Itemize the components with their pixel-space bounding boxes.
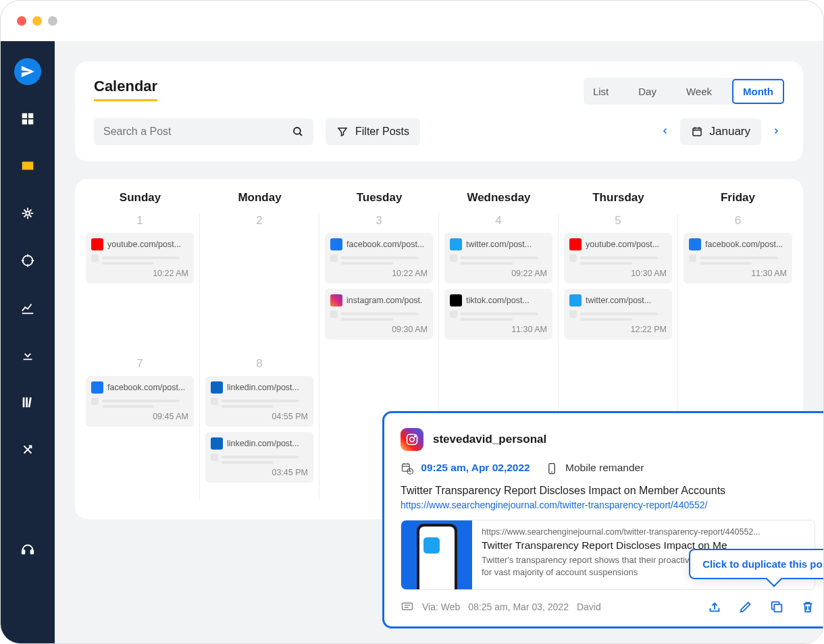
tw-icon	[450, 238, 462, 250]
post-author: David	[577, 601, 601, 612]
search-box[interactable]	[94, 118, 313, 145]
scheduled-post[interactable]: linkedin.com/post... 03:45 PM	[205, 432, 313, 483]
post-url: tiktok.com/post...	[466, 296, 530, 305]
tw-icon	[569, 294, 582, 306]
nav-calendar-icon[interactable]	[14, 153, 41, 180]
filter-button[interactable]: Filter Posts	[326, 118, 420, 145]
calendar-cell[interactable]: 7facebook.com/post... 09:45 AM	[80, 357, 200, 500]
svg-rect-8	[26, 398, 28, 408]
view-month-button[interactable]: Month	[732, 79, 784, 104]
calendar-cell[interactable]: 5youtube.com/post... 10:30 AMtwitter.com…	[559, 214, 678, 357]
scheduled-post[interactable]: facebook.com/post... 11:30 AM	[684, 233, 792, 284]
scheduled-post[interactable]: youtube.com/post... 10:22 AM	[86, 233, 194, 284]
prev-month-button[interactable]	[657, 122, 673, 142]
yt-icon	[91, 238, 103, 250]
nav-library-icon[interactable]	[14, 389, 41, 416]
nav-support-icon[interactable]	[14, 535, 41, 562]
duplicate-tooltip: Click to duplicate this post	[689, 549, 824, 579]
date-number: 4	[444, 214, 552, 227]
header-card: Calendar List Day Week Month	[75, 61, 803, 161]
nav-dashboard-icon[interactable]	[14, 105, 41, 132]
instagram-icon	[401, 428, 423, 451]
scheduled-post[interactable]: facebook.com/post... 10:22 AM	[325, 233, 433, 284]
scheduled-post[interactable]: twitter.com/post... 09:22 AM	[444, 233, 552, 284]
svg-point-12	[294, 128, 301, 134]
search-input[interactable]	[103, 126, 279, 138]
duplicate-icon[interactable]	[769, 599, 784, 614]
scheduled-post[interactable]: youtube.com/post... 10:30 AM	[564, 233, 672, 284]
calendar-cell[interactable]: 8linkedin.com/post... 04:55 PMlinkedin.c…	[200, 357, 319, 500]
post-time: 09:45 AM	[91, 412, 188, 421]
tk-icon	[450, 294, 462, 306]
mobile-icon	[545, 462, 559, 475]
minimize-window-icon[interactable]	[32, 16, 42, 26]
nav-network-icon[interactable]	[14, 200, 41, 227]
view-list-button[interactable]: List	[584, 80, 618, 103]
post-via: Via: Web	[422, 601, 460, 612]
preview-url: https://www.searchenginejournal.com/twit…	[482, 527, 806, 537]
post-time: 03:45 PM	[211, 468, 308, 477]
post-time: 11:30 AM	[450, 325, 547, 334]
date-number: 6	[684, 214, 792, 227]
svg-rect-7	[23, 398, 25, 408]
post-text: Twitter Transparency Report Discloses Im…	[401, 485, 815, 497]
view-switcher: List Day Week Month	[584, 78, 784, 105]
scheduled-post[interactable]: linkedin.com/post... 04:55 PM	[205, 376, 313, 427]
svg-rect-2	[22, 119, 27, 124]
day-header: Sunday	[80, 191, 200, 205]
post-url: instagram.com/post.	[346, 296, 423, 305]
date-number: 7	[86, 357, 194, 371]
nav-target-icon[interactable]	[14, 247, 41, 274]
nav-tools-icon[interactable]	[14, 436, 41, 463]
post-link[interactable]: https://www.searchenginejournal.com/twit…	[401, 500, 815, 510]
li-icon	[211, 381, 223, 394]
nav-analytics-icon[interactable]	[14, 294, 41, 321]
date-number: 5	[564, 214, 672, 227]
date-number: 1	[86, 214, 194, 227]
page-title: Calendar	[94, 78, 157, 101]
comment-icon[interactable]	[401, 600, 414, 614]
calendar-cell[interactable]: 2	[200, 214, 319, 357]
delete-icon[interactable]	[800, 599, 815, 614]
filter-icon	[336, 126, 349, 138]
svg-rect-9	[28, 398, 32, 408]
svg-rect-3	[28, 119, 33, 124]
post-timestamp: 08:25 am, Mar 03, 2022	[468, 601, 569, 612]
view-day-button[interactable]: Day	[629, 80, 666, 103]
post-url: youtube.com/post...	[586, 240, 659, 249]
scheduled-post[interactable]: twitter.com/post... 12:22 PM	[564, 289, 672, 340]
post-reminder-group: Mobile remander	[545, 462, 644, 475]
day-header: Tuesday	[319, 191, 439, 205]
calendar-cell[interactable]: 6facebook.com/post... 11:30 AM	[678, 214, 798, 357]
calendar-cell[interactable]: 3facebook.com/post... 10:22 AMinstagram.…	[319, 214, 439, 357]
edit-icon[interactable]	[738, 599, 753, 614]
nav-download-icon[interactable]	[14, 342, 41, 369]
post-time: 10:22 AM	[330, 269, 428, 278]
zoom-window-icon[interactable]	[48, 16, 57, 26]
scheduled-post[interactable]: facebook.com/post... 09:45 AM	[86, 376, 194, 427]
scheduled-post[interactable]: tiktok.com/post... 11:30 AM	[444, 289, 552, 340]
view-week-button[interactable]: Week	[677, 80, 721, 103]
post-url: facebook.com/post...	[107, 383, 185, 392]
day-header: Friday	[678, 191, 798, 205]
svg-rect-20	[403, 603, 413, 610]
post-url: linkedin.com/post...	[227, 439, 299, 448]
next-month-button[interactable]	[768, 122, 784, 142]
calendar-icon	[691, 126, 703, 138]
nav-publish-icon[interactable]	[14, 58, 41, 85]
fb-icon	[91, 381, 103, 394]
svg-point-15	[410, 437, 415, 442]
post-time: 09:22 AM	[450, 269, 547, 278]
search-icon[interactable]	[292, 126, 304, 138]
scheduled-post[interactable]: instagram.com/post. 09:30 AM	[325, 289, 433, 340]
close-window-icon[interactable]	[17, 16, 26, 26]
calendar-cell[interactable]: 4twitter.com/post... 09:22 AMtiktok.com/…	[439, 214, 559, 357]
calendar-cell[interactable]: 1youtube.com/post... 10:22 AM	[80, 214, 200, 357]
yt-icon	[569, 238, 582, 250]
window-titlebar	[1, 1, 823, 41]
month-selector[interactable]: January	[680, 118, 761, 145]
share-icon[interactable]	[707, 599, 722, 614]
post-url: facebook.com/post...	[346, 240, 424, 249]
svg-rect-4	[22, 162, 34, 171]
post-time: 12:22 PM	[569, 325, 667, 334]
